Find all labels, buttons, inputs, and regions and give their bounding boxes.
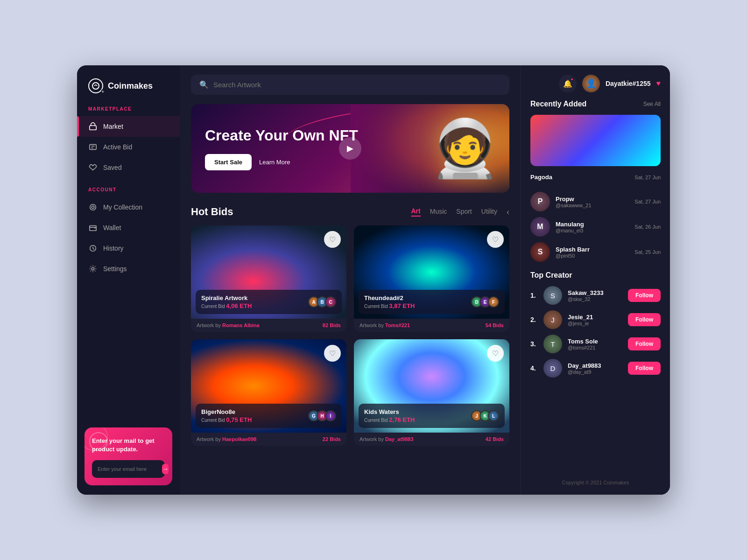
svg-point-3	[90, 204, 96, 210]
email-card-text: Enter your mail to get product update.	[92, 437, 165, 454]
bid-eth-kids: 2,76 ETH	[389, 416, 415, 423]
creator-name-4: Day_at9883	[568, 362, 622, 369]
follow-button-2[interactable]: Follow	[628, 313, 661, 326]
bid-avatar: L	[488, 410, 499, 421]
recent-info-splash: Splash Barr @pint50	[556, 246, 629, 259]
fav-button-biger[interactable]: ♡	[324, 345, 341, 362]
logo-icon	[88, 78, 103, 93]
recent-name-propw: Propw	[556, 196, 629, 203]
saved-label: Saved	[103, 164, 122, 171]
sidebar-item-active-bid[interactable]: Active Bid	[77, 137, 180, 157]
bid-artist-biger: Haepoikae098	[222, 436, 256, 442]
recent-item-manulang[interactable]: M Manulang @manu_el3 Sat, 26 Jun	[521, 217, 670, 237]
main-content: 🔍 Create Your Own NFT Start Sale Learn M…	[180, 65, 521, 495]
search-input[interactable]	[213, 81, 501, 89]
creator-avatar-2: J	[543, 310, 562, 329]
tab-music[interactable]: Music	[430, 208, 447, 216]
bid-avatars-undead: D E F	[474, 296, 499, 308]
bid-footer-kids: Artwork by Day_at9883 42 Bids	[354, 433, 509, 446]
bid-avatar: I	[325, 410, 336, 421]
bid-count-spiralie: 82 Bids	[323, 322, 341, 328]
account-section-label: ACCOUNT	[77, 187, 180, 197]
bid-avatar: C	[325, 296, 336, 308]
history-label: History	[103, 245, 124, 252]
fav-button-undead[interactable]: ♡	[487, 231, 504, 248]
sidebar-item-saved[interactable]: Saved	[77, 157, 180, 178]
sidebar-item-market[interactable]: Market	[77, 116, 180, 137]
bid-label-undead: Current Bid 3,87 ETH	[364, 302, 415, 309]
svg-point-0	[92, 83, 99, 89]
bid-card-image-undead: ♡ Theundead#2 Current Bid 3,87 ETH D	[354, 225, 509, 319]
creator-name-3: Toms Sole	[568, 338, 622, 345]
bid-count-kids: 42 Bids	[486, 436, 504, 442]
bid-card-kids[interactable]: ♡ Kids Waters Current Bid 2,76 ETH J	[354, 339, 509, 446]
tabs-arrow[interactable]: ‹	[507, 207, 509, 217]
follow-button-1[interactable]: Follow	[628, 289, 661, 302]
follow-button-3[interactable]: Follow	[628, 337, 661, 350]
fav-button-kids[interactable]: ♡	[487, 345, 504, 362]
bid-avatars-spiralie: A B C	[311, 296, 336, 308]
top-creator-section: Top Creator 1. S Sakaw_3233 @skw_32 Foll…	[521, 262, 670, 387]
featured-art[interactable]	[530, 115, 661, 166]
bid-card-undead[interactable]: ♡ Theundead#2 Current Bid 3,87 ETH D	[354, 225, 509, 332]
creator-info-3: Toms Sole @toms#221	[568, 338, 622, 350]
featured-art-footer: Pagoda Sat, 27 Jun	[530, 172, 661, 182]
creator-name-2: Jesie_21	[568, 314, 622, 321]
recent-item-splash[interactable]: S Splash Barr @pint50 Sat, 25 Jun	[521, 242, 670, 262]
tab-sport[interactable]: Sport	[456, 208, 472, 216]
hot-bids-title: Hot Bids	[191, 206, 233, 218]
right-top-bar: 🔔 👤 Dayatkie#1255 ♥	[521, 65, 670, 100]
recent-item-propw[interactable]: P Propw @sakawww_21 Sat, 27 Jun	[521, 192, 670, 211]
start-sale-button[interactable]: Start Sale	[205, 154, 252, 170]
recent-avatar-propw: P	[530, 192, 550, 211]
recently-added-section: Recently Added See All Pagoda Sat, 27 Ju…	[521, 100, 670, 192]
sidebar-item-settings[interactable]: Settings	[77, 259, 180, 279]
hero-astronaut	[351, 104, 509, 193]
bid-card-biger[interactable]: ♡ BigerNoo8e Current Bid 0,75 ETH G	[191, 339, 346, 446]
hero-play-button[interactable]: ▶	[339, 137, 361, 160]
bid-label-biger: Current Bid 0,75 ETH	[201, 416, 252, 423]
favorite-icon[interactable]: ♥	[656, 79, 661, 88]
sidebar-item-my-collection[interactable]: My Collection	[77, 197, 180, 217]
svg-rect-1	[90, 126, 96, 130]
email-submit-arrow[interactable]: →	[162, 464, 169, 474]
svg-rect-2	[90, 145, 96, 150]
bid-artist-kids: Day_at9883	[385, 436, 414, 442]
fav-button-spiralie[interactable]: ♡	[324, 231, 341, 248]
bid-info-undead: Theundead#2 Current Bid 3,87 ETH D E F	[359, 290, 505, 314]
email-input[interactable]	[98, 466, 162, 472]
recent-date-manulang: Sat, 26 Jun	[634, 224, 661, 230]
bid-card-image-kids: ♡ Kids Waters Current Bid 2,76 ETH J	[354, 339, 509, 433]
active-bid-label: Active Bid	[103, 143, 132, 151]
bid-footer-biger: Artwork by Haepoikae098 22 Bids	[191, 433, 346, 446]
bid-info-kids: Kids Waters Current Bid 2,76 ETH J K L	[359, 404, 505, 428]
bid-artist-prefix: Artwork by Romans Albina	[197, 322, 260, 328]
bid-avatars-kids: J K L	[474, 410, 499, 421]
recent-handle-splash: @pint50	[556, 253, 629, 259]
creator-item-2: 2. J Jesie_21 @jess_ie Follow	[530, 310, 661, 329]
sidebar-item-history[interactable]: History	[77, 238, 180, 259]
bid-card-spiralie[interactable]: ♡ Spiralie Artwork Current Bid 4,06 ETH	[191, 225, 346, 332]
tab-utility[interactable]: Utility	[481, 208, 497, 216]
svg-point-4	[92, 206, 94, 208]
learn-more-button[interactable]: Learn More	[259, 159, 290, 166]
creator-info-1: Sakaw_3233 @skw_32	[568, 289, 622, 302]
sidebar-item-wallet[interactable]: Wallet	[77, 217, 180, 238]
tab-art[interactable]: Art	[411, 207, 421, 217]
creator-handle-2: @jess_ie	[568, 321, 622, 326]
creator-handle-4: @day_at9	[568, 369, 622, 375]
search-icon: 🔍	[199, 80, 209, 89]
saved-icon	[88, 163, 98, 172]
settings-icon	[88, 264, 98, 273]
settings-label: Settings	[103, 265, 127, 273]
creator-name-1: Sakaw_3233	[568, 289, 622, 296]
follow-button-4[interactable]: Follow	[628, 362, 661, 375]
right-panel: 🔔 👤 Dayatkie#1255 ♥ Recently Added See A…	[521, 65, 670, 495]
see-all-link[interactable]: See All	[643, 101, 661, 107]
top-bar: 🔍	[180, 65, 521, 104]
recently-added-header: Recently Added See All	[530, 100, 661, 108]
recent-info-manulang: Manulang @manu_el3	[556, 221, 629, 233]
app-name: Coinmakes	[108, 81, 153, 91]
bid-card-image-biger: ♡ BigerNoo8e Current Bid 0,75 ETH G	[191, 339, 346, 433]
notification-button[interactable]: 🔔	[559, 75, 577, 92]
